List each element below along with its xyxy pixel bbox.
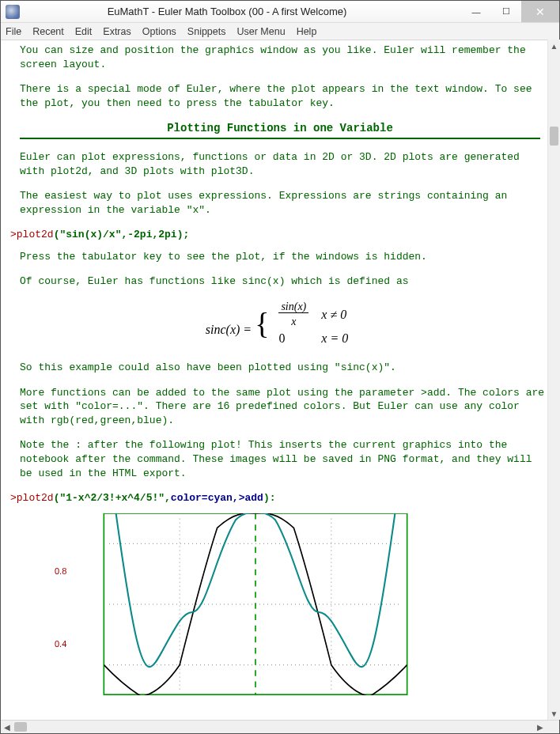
paragraph: Note the : after the following plot! Thi…	[20, 438, 550, 480]
scroll-right-icon[interactable]: ▶	[534, 723, 547, 732]
menu-snippets[interactable]: Snippets	[187, 26, 226, 37]
window-title: EuMathT - Euler Math Toolbox (00 - A fir…	[25, 6, 461, 17]
menu-file[interactable]: File	[6, 26, 21, 37]
paragraph: There is a special mode of Euler, where …	[20, 82, 550, 110]
menu-recent[interactable]: Recent	[32, 26, 64, 37]
y-tick-label: 0.8	[55, 566, 66, 577]
menu-extras[interactable]: Extras	[103, 26, 131, 37]
math-formula: sinc(x) = { sin(x)x x ≠ 0 0 x = 0	[10, 300, 550, 346]
menu-user-menu[interactable]: User Menu	[237, 26, 286, 37]
scroll-corner	[547, 721, 559, 733]
paragraph: You can size and position the graphics w…	[20, 44, 550, 71]
paragraph: Euler can plot expressions, functions or…	[20, 150, 550, 178]
menubar: File Recent Edit Extras Options Snippets…	[1, 23, 559, 40]
menu-options[interactable]: Options	[142, 26, 176, 37]
close-button[interactable]: ✕	[521, 1, 559, 22]
plot-svg	[74, 513, 437, 695]
scroll-thumb[interactable]	[14, 722, 27, 732]
paragraph: Of course, Euler has functions like sinc…	[20, 274, 550, 289]
maximize-button[interactable]: ☐	[491, 1, 521, 22]
command-line[interactable]: >plot2d("sin(x)/x",-2pi,2pi);	[10, 228, 550, 242]
minimize-button[interactable]: —	[461, 1, 491, 22]
plot-output: 0.8 0.4	[74, 513, 550, 700]
window-buttons: — ☐ ✕	[461, 1, 559, 22]
app-icon	[6, 5, 20, 19]
scroll-left-icon[interactable]: ◀	[1, 723, 13, 732]
menu-help[interactable]: Help	[297, 26, 317, 37]
menu-edit[interactable]: Edit	[75, 26, 93, 37]
titlebar: EuMathT - Euler Math Toolbox (00 - A fir…	[1, 1, 559, 23]
paragraph: So this example could also have been plo…	[20, 361, 550, 375]
scroll-up-icon[interactable]: ▲	[548, 40, 560, 52]
paragraph: The easiest way to plot uses expressions…	[20, 189, 550, 217]
scroll-down-icon[interactable]: ▼	[548, 707, 560, 720]
section-heading: Plotting Functions in one Variable	[20, 121, 540, 139]
y-tick-label: 0.4	[55, 638, 66, 650]
vertical-scrollbar[interactable]: ▲ ▼	[547, 40, 560, 720]
paragraph: Press the tabulator key to see the plot,…	[20, 250, 550, 264]
paragraph: More functions can be added to the same …	[20, 386, 550, 428]
notebook-content[interactable]: You can size and position the graphics w…	[1, 40, 559, 720]
scroll-thumb[interactable]	[550, 127, 558, 146]
command-line[interactable]: >plot2d("1-x^2/3!+x^4/5!",color=cyan,>ad…	[10, 491, 550, 505]
horizontal-scrollbar[interactable]: ◀ ▶	[1, 720, 559, 733]
